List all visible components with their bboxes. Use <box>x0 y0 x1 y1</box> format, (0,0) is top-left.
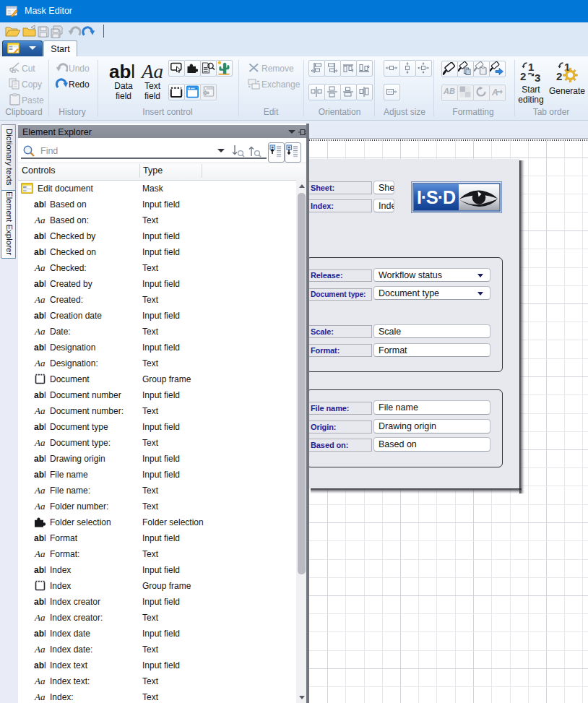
svg-text:2: 2 <box>556 70 562 82</box>
svg-text:1: 1 <box>528 61 534 73</box>
svg-text:2: 2 <box>520 70 526 82</box>
svg-text:I·S·D: I·S·D <box>417 187 456 207</box>
svg-text:3: 3 <box>535 72 540 82</box>
